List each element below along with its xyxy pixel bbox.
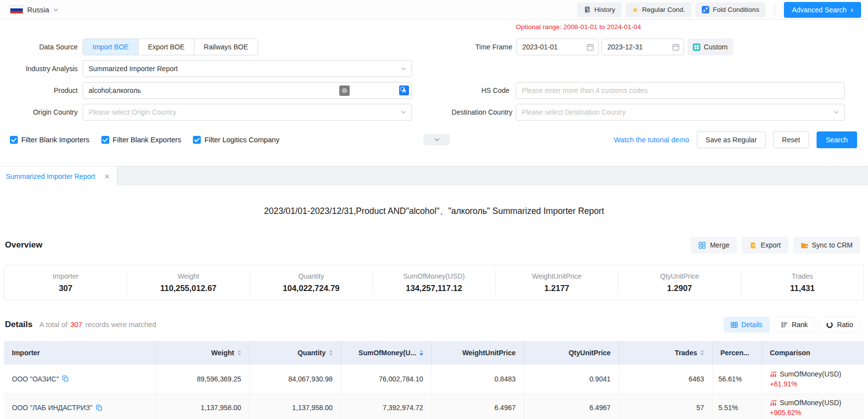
history-button[interactable]: History [577, 2, 622, 17]
sort-icon-active-desc[interactable] [419, 350, 423, 356]
col-percentage-label: Percen... [721, 349, 749, 357]
origin-country-label: Origin Country [0, 108, 83, 116]
comparison-metric: SumOfMoney(USD) [780, 370, 841, 378]
col-weight-unit-price-label: WeightUnitPrice [462, 349, 516, 357]
copy-icon[interactable] [62, 376, 69, 382]
divider [775, 4, 775, 15]
col-quantity[interactable]: Quantity [249, 341, 341, 365]
merge-label: Merge [710, 241, 730, 249]
checkbox-checked-icon [10, 136, 18, 144]
chevron-down-icon [833, 109, 839, 115]
stat-value: 1.2907 [618, 284, 740, 293]
result-tabbar: Summarized Importer Report ✕ [0, 166, 868, 186]
sync-to-crm-button[interactable]: Sync to CRM [793, 237, 860, 253]
time-frame-label: Time Frame [413, 43, 512, 51]
close-icon[interactable]: ✕ [103, 172, 111, 181]
destination-country-placeholder: Please select Destination Country [522, 108, 839, 116]
filter-logitics-company-label: Filter Logitics Company [204, 136, 279, 144]
start-date-wrap [516, 39, 598, 55]
advanced-search-button[interactable]: Advanced Search › [784, 2, 861, 18]
view-ratio-label: Ratio [837, 321, 853, 329]
importer-name[interactable]: ООО "ЛАБ ИНДАСТРИЗ" [12, 404, 92, 412]
tab-railways-boe[interactable]: Railways BOE [194, 39, 257, 55]
stat-value: 11,431 [741, 284, 864, 293]
product-input[interactable] [83, 82, 412, 99]
tab-export-boe[interactable]: Export BOE [138, 39, 194, 55]
data-source-tabs: Import BOE Export BOE Railways BOE [83, 39, 258, 55]
tutorial-link[interactable]: Watch the tutorial demo [614, 136, 689, 144]
col-weight-label: Weight [211, 349, 234, 357]
end-date-input[interactable] [601, 39, 684, 55]
custom-range-button[interactable]: Custom [687, 39, 733, 55]
topbar-actions: History ★ Regular Cond. Fold Conditions … [577, 2, 861, 18]
chevron-down-icon [401, 66, 407, 72]
tab-label: Summarized Importer Report [6, 172, 103, 180]
details-table-icon [731, 321, 738, 329]
comparison-cell: SumOfMoney(USD) +905.62% [762, 393, 864, 419]
view-rank-button[interactable]: Rank [774, 317, 815, 333]
save-as-regular-button[interactable]: Save as Regular [697, 131, 766, 148]
destination-country-select[interactable]: Please select Destination Country [516, 104, 845, 121]
search-form: Optional range: 2008-01-01 to 2024-01-04… [0, 20, 868, 166]
calendar-icon [587, 43, 594, 51]
importer-name[interactable]: ООО "ОАЗИС" [12, 375, 59, 383]
comparison-change: +61.91% [770, 380, 857, 388]
sync-folder-icon [801, 242, 808, 249]
stat-label: Trades [741, 272, 864, 280]
stat-label: Quantity [250, 272, 372, 280]
product-row: Product A ⊜ HS Code [0, 82, 868, 99]
quantity-cell: 84,067,930.98 [249, 365, 341, 393]
view-switcher: Details Rank Ratio [724, 317, 860, 333]
hs-code-input[interactable] [516, 82, 845, 99]
history-label: History [594, 6, 615, 13]
chevron-down-icon [53, 7, 59, 13]
translate-icon[interactable]: A [399, 85, 409, 95]
reset-button[interactable]: Reset [773, 131, 809, 148]
stat-label: SumOfMoney(USD) [373, 272, 495, 280]
search-button[interactable]: Search [817, 131, 857, 148]
ratio-pie-icon [826, 321, 833, 329]
view-details-button[interactable]: Details [724, 317, 770, 333]
history-icon [584, 6, 591, 13]
col-sum-of-money[interactable]: SumOfMoney(U... [341, 341, 431, 365]
weight-unit-price-cell: 6.4967 [431, 393, 524, 419]
summary-prefix: A total of [40, 321, 67, 329]
merge-button[interactable]: Merge [691, 237, 737, 253]
details-table: Importer Weight Quantity SumOfMoney(U...… [4, 341, 864, 419]
filter-blank-importers-checkbox[interactable]: Filter Blank Importers [10, 136, 90, 144]
exact-match-icon[interactable]: ⊜ [339, 85, 350, 96]
trend-chart-icon [770, 371, 777, 377]
stat-trades: Trades 11,431 [741, 270, 864, 295]
copy-icon[interactable] [96, 405, 102, 411]
importer-cell: ООО "ОАЗИС" [4, 365, 155, 393]
records-count: 307 [70, 321, 82, 329]
col-trades[interactable]: Trades [619, 341, 712, 365]
tab-import-boe[interactable]: Import BOE [83, 39, 138, 55]
fold-conditions-label: Fold Conditions [713, 6, 759, 13]
export-button[interactable]: Export [742, 237, 788, 253]
filter-blank-exporters-checkbox[interactable]: Filter Blank Exporters [101, 136, 182, 144]
checkbox-checked-icon [193, 136, 201, 144]
col-weight[interactable]: Weight [155, 341, 249, 365]
sort-icon[interactable] [329, 350, 333, 356]
sort-icon[interactable] [700, 350, 704, 356]
table-header-row: Importer Weight Quantity SumOfMoney(U...… [4, 341, 864, 365]
col-quantity-label: Quantity [298, 349, 326, 357]
fold-conditions-button[interactable]: Fold Conditions [695, 2, 766, 17]
country-selector[interactable]: Russia [10, 5, 59, 14]
quantity-cell: 1,137,958.00 [249, 393, 341, 419]
view-ratio-button[interactable]: Ratio [819, 317, 860, 333]
weight-cell: 89,596,369.25 [155, 365, 249, 393]
regular-cond-button[interactable]: ★ Regular Cond. [626, 2, 692, 17]
filter-logitics-company-checkbox[interactable]: Filter Logitics Company [193, 136, 279, 144]
regular-cond-label: Regular Cond. [642, 6, 685, 13]
qty-unit-price-cell: 6.4967 [524, 393, 619, 419]
tab-summarized-importer-report[interactable]: Summarized Importer Report ✕ [0, 167, 117, 186]
industry-analysis-select[interactable]: Summarized Importer Report [83, 60, 412, 77]
collapse-conditions-button[interactable] [423, 134, 450, 145]
col-importer-label: Importer [12, 349, 40, 357]
origin-country-select[interactable]: Please select Origin Country [83, 104, 412, 121]
stat-value: 307 [4, 284, 127, 293]
sort-icon[interactable] [237, 350, 241, 356]
hs-code-label: HS Code [411, 86, 509, 94]
